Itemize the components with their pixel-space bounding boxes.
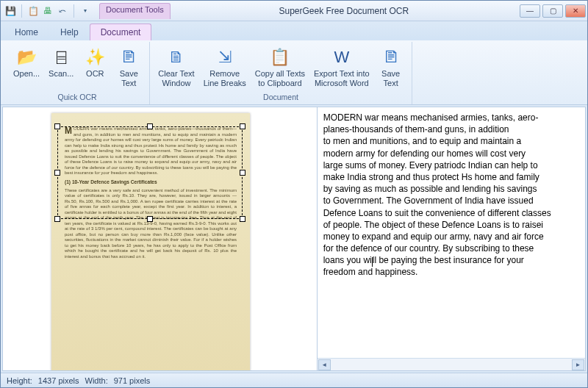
- tab-help[interactable]: Help: [49, 24, 90, 40]
- window-title: SuperGeek Free Document OCR: [171, 6, 517, 16]
- qat-undo-icon[interactable]: ⤺: [56, 4, 69, 18]
- clear-window-icon: 🗎: [165, 46, 188, 69]
- copy-clipboard-button[interactable]: 📋 Copy all Texts to Clipboard: [251, 43, 309, 93]
- scroll-track[interactable]: [331, 359, 571, 370]
- qat-copy-icon[interactable]: 📋: [26, 4, 40, 18]
- handle-bottom-left[interactable]: [54, 216, 60, 222]
- handle-mid-right[interactable]: [240, 170, 245, 176]
- save-text-label-2: Save Text: [381, 69, 400, 87]
- app-window: 💾 📋 🖶 ⤺ ▾ Document Tools SuperGeek Free …: [0, 0, 588, 388]
- folder-open-icon: 📂: [15, 46, 38, 69]
- save-text-icon-2: 🖹: [379, 46, 403, 69]
- ocr-label: OCR: [86, 69, 104, 79]
- horizontal-scrollbar[interactable]: ◄ ►: [318, 358, 585, 370]
- copy-clip-label: Copy all Texts to Clipboard: [255, 69, 305, 87]
- save-text-button-2[interactable]: 🖹 Save Text: [375, 43, 407, 93]
- titlebar: 💾 📋 🖶 ⤺ ▾ Document Tools SuperGeek Free …: [1, 1, 587, 21]
- selection-rectangle[interactable]: [57, 126, 243, 219]
- word-icon: W: [330, 46, 354, 69]
- status-width-value: 971 pixels: [114, 376, 151, 385]
- ocr-output-text: MODERN war means mechanised armies, tank…: [323, 112, 551, 277]
- clear-text-button[interactable]: 🗎 Clear Text Window: [154, 43, 198, 93]
- remove-breaks-label: Remove Line Breaks: [204, 69, 246, 87]
- handle-mid-left[interactable]: [54, 170, 60, 176]
- group-label-doc: Document: [154, 93, 406, 103]
- open-button[interactable]: 📂 Open...: [10, 43, 43, 93]
- minimize-button[interactable]: —: [520, 4, 540, 18]
- content-area: MODERN war means mechanised armies, tank…: [2, 107, 586, 371]
- ribbon: 📂 Open... ⌸ Scan... ✨ OCR 🖹 Save Text Qu…: [1, 40, 587, 105]
- remove-breaks-icon: ⇲: [213, 46, 237, 69]
- clipboard-icon: 📋: [268, 46, 292, 69]
- tab-home[interactable]: Home: [4, 24, 49, 40]
- save-text-button[interactable]: 🖹 Save Text: [112, 43, 145, 93]
- scan-button[interactable]: ⌸ Scan...: [45, 43, 77, 93]
- group-document: 🗎 Clear Text Window ⇲ Remove Line Breaks…: [150, 42, 412, 104]
- handle-top-right[interactable]: [240, 123, 245, 129]
- status-bar: Height: 1437 pixels Width: 971 pixels: [1, 373, 587, 387]
- export-word-label: Export Text into Microsoft Word: [314, 69, 370, 87]
- remove-breaks-button[interactable]: ⇲ Remove Line Breaks: [200, 43, 250, 93]
- scanner-icon: ⌸: [49, 46, 73, 69]
- ribbon-tabs: Home Help Document: [1, 21, 587, 40]
- ocr-output-textarea[interactable]: MODERN war means mechanised armies, tank…: [318, 107, 585, 358]
- close-button[interactable]: ✕: [565, 4, 586, 18]
- handle-top-left[interactable]: [54, 123, 60, 129]
- scroll-left-icon[interactable]: ◄: [318, 359, 331, 370]
- text-pane: MODERN war means mechanised armies, tank…: [318, 107, 585, 370]
- status-width-label: Width:: [85, 376, 108, 385]
- qat-customize-icon[interactable]: ▾: [79, 4, 92, 18]
- maximize-button[interactable]: ▢: [542, 4, 563, 18]
- qat-print-icon[interactable]: 🖶: [41, 4, 54, 18]
- image-pane[interactable]: MODERN war means mechanised armies, tank…: [3, 107, 318, 370]
- handle-bottom-right[interactable]: [240, 216, 245, 222]
- status-height-label: Height:: [7, 376, 32, 385]
- group-quick-ocr: 📂 Open... ⌸ Scan... ✨ OCR 🖹 Save Text Qu…: [5, 42, 150, 104]
- qat-separator: [74, 4, 74, 18]
- ocr-button[interactable]: ✨ OCR: [79, 43, 111, 93]
- scroll-right-icon[interactable]: ►: [572, 359, 584, 370]
- qat-save-icon[interactable]: 💾: [4, 4, 17, 18]
- open-label: Open...: [13, 69, 40, 79]
- quick-access-toolbar: 💾 📋 🖶 ⤺ ▾: [1, 4, 95, 18]
- qat-separator: [21, 4, 22, 18]
- group-label-quick: Quick OCR: [10, 93, 145, 103]
- save-text-label: Save Text: [120, 69, 138, 87]
- handle-bottom-mid[interactable]: [147, 216, 153, 222]
- window-controls: — ▢ ✕: [517, 4, 586, 18]
- clear-label: Clear Text Window: [158, 69, 194, 87]
- export-word-button[interactable]: W Export Text into Microsoft Word: [310, 43, 373, 93]
- wand-icon: ✨: [83, 46, 107, 69]
- status-height-value: 1437 pixels: [38, 376, 79, 385]
- save-text-icon: 🖹: [117, 46, 140, 69]
- contextual-tab-label: Document Tools: [99, 3, 171, 19]
- tab-document[interactable]: Document: [90, 24, 152, 40]
- text-caret: [372, 257, 373, 267]
- handle-top-mid[interactable]: [147, 123, 153, 129]
- scan-label: Scan...: [49, 69, 74, 79]
